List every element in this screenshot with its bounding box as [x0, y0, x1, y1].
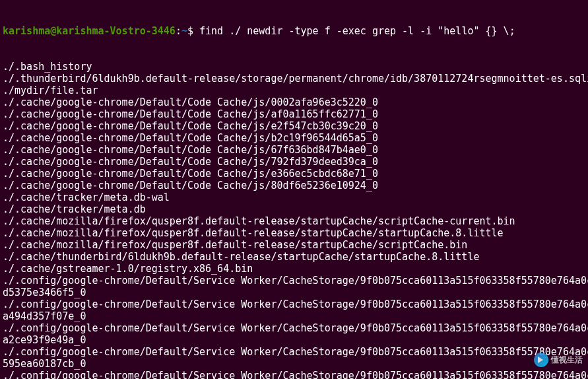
output-container: ./.bash_history./.thunderbird/6ldukh9b.d…	[3, 61, 585, 379]
output-line: ./.cache/google-chrome/Default/Code Cach…	[3, 120, 585, 132]
output-line: ./.cache/google-chrome/Default/Code Cach…	[3, 132, 585, 144]
output-line: ./.cache/google-chrome/Default/Code Cach…	[3, 144, 585, 156]
output-line: ./.cache/google-chrome/Default/Code Cach…	[3, 180, 585, 191]
output-line: ./.cache/google-chrome/Default/Code Cach…	[3, 168, 585, 180]
output-line: a494d357f07e_0	[3, 310, 585, 322]
output-line: ./.thunderbird/6ldukh9b.default-release/…	[3, 73, 585, 85]
output-line: ./.bash_history	[3, 61, 585, 73]
output-line: ./.cache/gstreamer-1.0/registry.x86_64.b…	[3, 263, 585, 275]
output-line: ./.config/google-chrome/Default/Service …	[3, 275, 585, 287]
output-line: d5375e3466f5_0	[3, 287, 585, 298]
prompt-user-host: karishma@karishma-Vostro-3446	[3, 25, 176, 37]
watermark: 懂视生活	[534, 353, 583, 367]
output-line: ./.cache/tracker/meta.db-wal	[3, 191, 585, 203]
output-line: ./.config/google-chrome/Default/Service …	[3, 370, 585, 379]
output-line: ./.config/google-chrome/Default/Service …	[3, 346, 585, 358]
command-line: karishma@karishma-Vostro-3446:~$ find ./…	[3, 25, 585, 37]
watermark-play-icon	[534, 353, 548, 367]
prompt-path: ~	[181, 25, 187, 37]
prompt-dollar: $	[187, 25, 199, 37]
watermark-text: 懂视生活	[551, 355, 583, 364]
output-line: ./.cache/mozilla/firefox/qusper8f.defaul…	[3, 215, 585, 227]
output-line: ./.cache/google-chrome/Default/Code Cach…	[3, 108, 585, 120]
output-line: ./mydir/file.tar	[3, 85, 585, 96]
output-line: ./.cache/google-chrome/Default/Code Cach…	[3, 96, 585, 108]
output-line: ./.config/google-chrome/Default/Service …	[3, 298, 585, 310]
output-line: ./.cache/mozilla/firefox/qusper8f.defaul…	[3, 239, 585, 251]
terminal-window[interactable]: karishma@karishma-Vostro-3446:~$ find ./…	[3, 1, 585, 379]
output-line: ./.cache/mozilla/firefox/qusper8f.defaul…	[3, 227, 585, 239]
output-line: ./.cache/tracker/meta.db	[3, 203, 585, 215]
output-line: ./.cache/google-chrome/Default/Code Cach…	[3, 156, 585, 168]
command-text: find ./ newdir -type f -exec grep -l -i …	[199, 25, 515, 37]
output-line: a2ce93f9e49a_0	[3, 334, 585, 346]
prompt-colon: :	[176, 25, 181, 37]
output-line: 595ea60187cb_0	[3, 358, 585, 370]
output-line: ./.config/google-chrome/Default/Service …	[3, 322, 585, 334]
output-line: ./.cache/thunderbird/6ldukh9b.default-re…	[3, 251, 585, 263]
